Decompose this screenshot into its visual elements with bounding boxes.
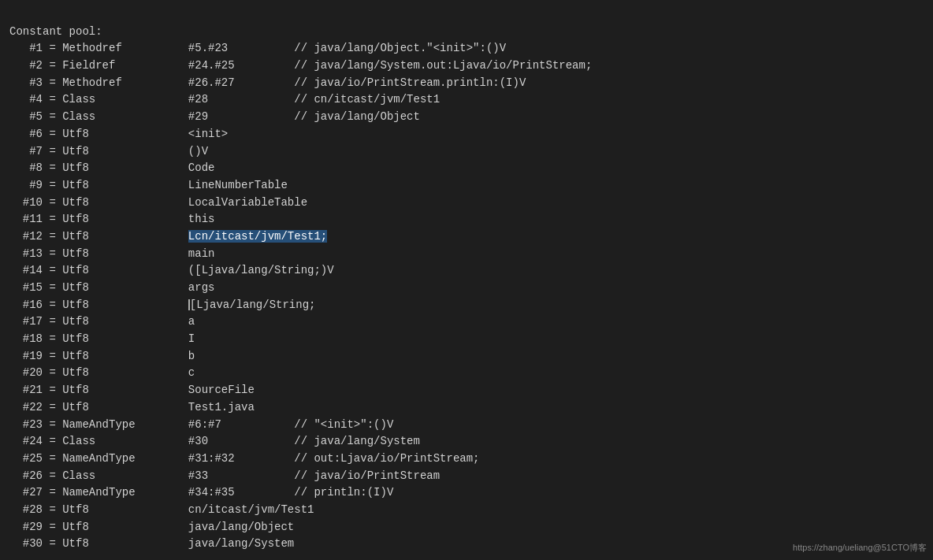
code-line: #9 = Utf8 LineNumberTable <box>9 177 924 195</box>
text-cursor <box>188 299 190 310</box>
code-line: #15 = Utf8 args <box>9 280 924 297</box>
constant-pool-view: Constant pool: #1 = Methodref #5.#23 // … <box>0 0 933 559</box>
code-line: #20 = Utf8 c <box>9 365 924 382</box>
code-line: #11 = Utf8 this <box>9 211 924 228</box>
code-line: #12 = Utf8 Lcn/itcast/jvm/Test1; <box>9 228 924 246</box>
code-line: #22 = Utf8 Test1.java <box>9 399 924 417</box>
code-line: #23 = NameAndType #6:#7 // "<init>":()V <box>9 417 924 434</box>
code-line: #18 = Utf8 I <box>9 331 924 348</box>
code-line: #13 = Utf8 main <box>9 246 924 263</box>
code-line: Constant pool: <box>9 24 924 41</box>
code-line: #25 = NameAndType #31:#32 // out:Ljava/i… <box>9 451 924 468</box>
code-line: #5 = Class #29 // java/lang/Object <box>9 109 924 126</box>
code-line: #8 = Utf8 Code <box>9 160 924 177</box>
code-line: #29 = Utf8 java/lang/Object <box>9 519 924 536</box>
code-line: #28 = Utf8 cn/itcast/jvm/Test1 <box>9 502 924 519</box>
code-line: #30 = Utf8 java/lang/System <box>9 536 924 553</box>
code-line: #17 = Utf8 a <box>9 313 924 331</box>
code-line: #21 = Utf8 SourceFile <box>9 382 924 399</box>
code-line: #16 = Utf8 [Ljava/lang/String; <box>9 297 924 314</box>
code-line: #24 = Class #30 // java/lang/System <box>9 433 924 451</box>
code-line: #2 = Fieldref #24.#25 // java/lang/Syste… <box>9 57 924 75</box>
code-line: #7 = Utf8 ()V <box>9 143 924 161</box>
code-line: #27 = NameAndType #34:#35 // println:(I)… <box>9 484 924 502</box>
code-line: #19 = Utf8 b <box>9 348 924 365</box>
code-line: #14 = Utf8 ([Ljava/lang/String;)V <box>9 262 924 280</box>
code-line: #10 = Utf8 LocalVariableTable <box>9 195 924 212</box>
code-line: #26 = Class #33 // java/io/PrintStream <box>9 468 924 485</box>
code-line: #3 = Methodref #26.#27 // java/io/PrintS… <box>9 75 924 92</box>
watermark: https://zhang/ueliang@51CTO博客 <box>793 542 927 554</box>
code-line: #6 = Utf8 <init> <box>9 126 924 143</box>
code-line: #4 = Class #28 // cn/itcast/jvm/Test1 <box>9 91 924 109</box>
code-line: #1 = Methodref #5.#23 // java/lang/Objec… <box>9 40 924 57</box>
highlighted-text: Lcn/itcast/jvm/Test1; <box>188 230 327 243</box>
